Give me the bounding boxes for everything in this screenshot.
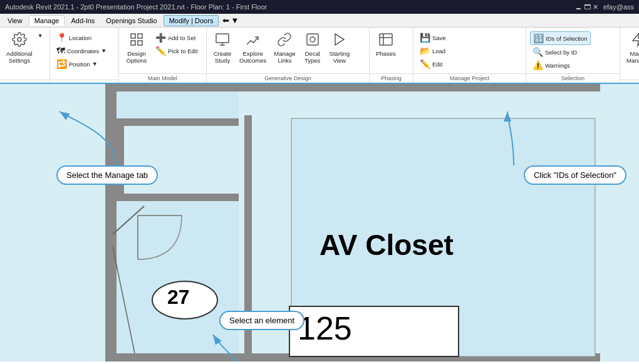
add-to-set-btn[interactable]: ➕ Add to Set — [153, 31, 200, 44]
location-buttons-col: 📍 Location 🗺 Coordinates ▼ 🔁 Position ▼ — [54, 30, 109, 70]
coordinates-label: Coordinates — [67, 48, 99, 55]
select-by-id-label: Select by ID — [545, 49, 577, 56]
position-btn[interactable]: 🔁 Position ▼ — [54, 58, 109, 70]
tooltip-ids-selection: Click "IDs of Selection" — [524, 165, 626, 185]
ribbon-group-location: 📍 Location 🗺 Coordinates ▼ 🔁 Position ▼ — [50, 28, 119, 83]
svg-rect-25 — [117, 201, 239, 353]
location-icon: 📍 — [56, 33, 67, 43]
decal-types-label: DecalTypes — [304, 50, 320, 65]
load-icon: 📂 — [420, 46, 430, 56]
selection-btns: 🔢 IDs of Selection 🔍 Select by ID ⚠️ War… — [530, 30, 591, 71]
macro-manager-label: MacroManager — [626, 50, 639, 65]
edit-label: Edit — [432, 61, 442, 68]
phasing-group-label: Phasing — [370, 73, 413, 83]
window-icons: 🗕 🗖 ✕ — [575, 3, 598, 11]
coordinates-icon: 🗺 — [56, 46, 65, 56]
title-bar-right: 🗕 🗖 ✕ efay@ass — [575, 3, 634, 11]
svg-rect-24 — [117, 91, 239, 118]
svg-rect-20 — [117, 118, 239, 126]
additional-settings-label: AdditionalSettings — [6, 50, 33, 65]
menu-modify-doors[interactable]: Modify | Doors — [164, 15, 219, 26]
load-label: Load — [432, 48, 445, 55]
create-study-label: CreateStudy — [214, 50, 232, 65]
decal-types-btn[interactable]: DecalTypes — [301, 30, 325, 66]
title-bar: Autodesk Revit 2021.1 - 2pt0 Presentatio… — [0, 0, 639, 14]
macro-content: MacroManager — [620, 28, 639, 80]
menu-addins[interactable]: Add-Ins — [66, 16, 100, 26]
ids-of-selection-btn[interactable]: 🔢 IDs of Selection — [530, 31, 591, 45]
design-options-icon — [129, 32, 144, 49]
location-btn[interactable]: 📍 Location — [54, 31, 109, 44]
location-group-label — [50, 80, 118, 83]
ribbon-group-selection: 🔢 IDs of Selection 🔍 Select by ID ⚠️ War… — [526, 28, 620, 83]
save-label: Save — [432, 34, 446, 41]
ribbon-group-macro: MacroManager — [620, 28, 639, 83]
starting-view-btn[interactable]: StartingView — [327, 30, 353, 66]
explore-icon — [246, 32, 261, 49]
svg-rect-5 — [216, 34, 229, 43]
location-label: Location — [69, 34, 91, 41]
quick-access-icon[interactable]: ⬅ — [222, 16, 229, 25]
starting-view-label: StartingView — [330, 50, 350, 65]
phasing-content: Phases — [370, 28, 413, 73]
main-model-content: DesignOptions ➕ Add to Set ✏️ Pick to Ed… — [119, 28, 206, 73]
room-name: AV Closet — [320, 228, 454, 262]
selection-group-label: Selection — [526, 73, 620, 83]
location-content: 📍 Location 🗺 Coordinates ▼ 🔁 Position ▼ — [50, 28, 118, 80]
edit-icon: ✏️ — [420, 59, 430, 69]
save-btn[interactable]: 💾 Save — [417, 31, 449, 44]
phases-btn[interactable]: Phases — [373, 30, 398, 59]
svg-rect-8 — [307, 34, 318, 45]
manage-project-btns: 💾 Save 📂 Load ✏️ Edit — [417, 30, 449, 70]
edit-btn[interactable]: ✏️ Edit — [417, 58, 449, 70]
gen-design-group-label: Generative Design — [207, 73, 369, 83]
add-to-set-label: Add to Set — [168, 34, 195, 41]
svg-rect-4 — [138, 41, 142, 45]
gen-design-content: CreateStudy ExploreOutcomes — [207, 28, 369, 73]
menu-view[interactable]: View — [3, 16, 28, 26]
svg-rect-11 — [380, 34, 392, 45]
warnings-icon: ⚠️ — [532, 60, 543, 70]
svg-marker-14 — [633, 33, 639, 46]
user-name: efay@ass — [603, 3, 634, 11]
svg-rect-3 — [131, 41, 135, 45]
explore-outcomes-btn[interactable]: ExploreOutcomes — [237, 30, 269, 66]
starting-view-icon — [332, 32, 347, 49]
additional-settings-btn[interactable]: AdditionalSettings — [4, 30, 35, 66]
pick-to-edit-btn[interactable]: ✏️ Pick to Edit — [153, 44, 200, 57]
menu-manage[interactable]: Manage — [29, 15, 65, 26]
position-label: Position — [69, 61, 90, 68]
select-by-id-btn[interactable]: 🔍 Select by ID — [530, 46, 591, 58]
coordinates-btn[interactable]: 🗺 Coordinates ▼ — [54, 44, 109, 57]
settings-arrow[interactable]: ▼ — [38, 33, 43, 39]
warnings-label: Warnings — [545, 62, 570, 69]
svg-rect-2 — [138, 34, 142, 38]
menu-openings[interactable]: Openings Studio — [101, 16, 162, 26]
svg-marker-10 — [335, 34, 344, 45]
create-study-btn[interactable]: CreateStudy — [210, 30, 234, 66]
tooltip-select-element: Select an element — [219, 311, 304, 330]
coordinates-dropdown-icon: ▼ — [101, 48, 106, 54]
room-number: 125 — [298, 309, 352, 347]
decal-icon — [305, 32, 320, 49]
svg-rect-21 — [117, 194, 239, 201]
ribbon-group-phasing: Phases Phasing — [370, 28, 413, 83]
manage-links-btn[interactable]: ManageLinks — [271, 30, 298, 66]
main-model-small-btns: ➕ Add to Set ✏️ Pick to Edit — [153, 30, 200, 57]
quick-access-dropdown[interactable]: ▼ — [231, 16, 239, 25]
load-btn[interactable]: 📂 Load — [417, 44, 449, 57]
svg-point-0 — [18, 38, 21, 41]
gear-icon — [12, 32, 27, 49]
tooltip-manage-tab: Select the Manage tab — [56, 165, 158, 185]
main-model-group-label: Main Model — [119, 73, 206, 83]
svg-rect-16 — [105, 84, 117, 361]
app-title: Autodesk Revit 2021.1 - 2pt0 Presentatio… — [5, 3, 267, 11]
warnings-btn[interactable]: ⚠️ Warnings — [530, 59, 591, 71]
canvas-area: AV Closet 125 27 Select the Manage tab — [0, 84, 639, 361]
design-options-btn[interactable]: DesignOptions — [123, 30, 150, 66]
macro-manager-btn[interactable]: MacroManager — [624, 30, 639, 66]
additional-settings-content: AdditionalSettings ▼ — [0, 28, 49, 80]
ids-icon: 🔢 — [533, 33, 544, 43]
svg-rect-1 — [131, 34, 135, 38]
macro-group-label — [620, 80, 639, 83]
